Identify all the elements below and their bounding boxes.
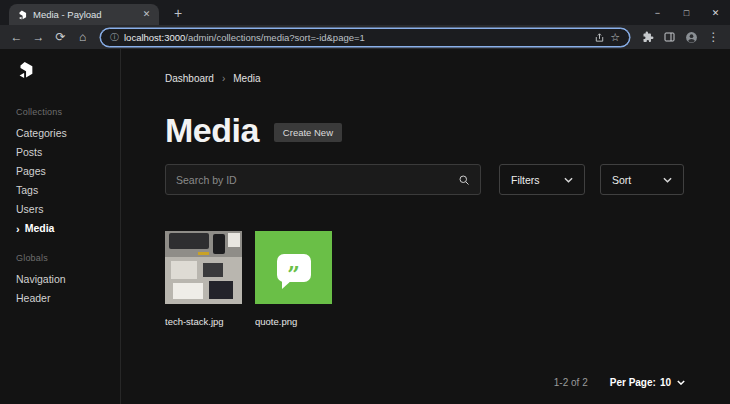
search-input[interactable]: [176, 174, 450, 186]
filters-button[interactable]: Filters: [499, 164, 585, 195]
sidebar-item-tags[interactable]: Tags: [16, 184, 120, 197]
tab-close-icon[interactable]: ✕: [140, 8, 153, 21]
breadcrumb-current: Media: [233, 73, 260, 84]
url-text: localhost:3000/admin/collections/media?s…: [124, 32, 589, 43]
browser-window: Media - Payload ✕ + − □ ✕ ← → ⟳ ⌂ ⓘ loca…: [0, 0, 730, 49]
pagination: 1-2 of 2 Per Page: 10: [165, 377, 685, 388]
media-filename: tech-stack.jpg: [165, 316, 242, 327]
chevron-down-icon: [564, 177, 573, 183]
media-grid: tech-stack.jpg ” quote.png: [165, 231, 685, 327]
site-info-icon[interactable]: ⓘ: [110, 31, 119, 44]
menu-dots-icon[interactable]: ⋮: [704, 31, 723, 43]
media-filename: quote.png: [255, 316, 332, 327]
share-icon[interactable]: [594, 32, 605, 43]
sidebar-item-media[interactable]: › Media: [16, 222, 120, 235]
forward-icon[interactable]: →: [29, 31, 48, 43]
window-controls: − □ ✕: [643, 0, 730, 25]
pagination-range: 1-2 of 2: [554, 377, 588, 388]
sidebar-item-header[interactable]: Header: [16, 292, 120, 305]
browser-toolbar: ← → ⟳ ⌂ ⓘ localhost:3000/admin/collectio…: [0, 25, 730, 49]
sidebar: Collections Categories Posts Pages Tags …: [0, 49, 121, 404]
tab-strip: Media - Payload ✕ + − □ ✕: [0, 0, 730, 25]
sidebar-item-pages[interactable]: Pages: [16, 165, 120, 178]
chevron-right-icon: ›: [16, 224, 20, 234]
bookmark-star-icon[interactable]: ☆: [610, 32, 620, 43]
extensions-puzzle-icon[interactable]: [638, 31, 657, 43]
search-icon: [458, 174, 470, 186]
sort-button[interactable]: Sort: [600, 164, 684, 195]
search-box[interactable]: [165, 164, 481, 195]
payload-logo[interactable]: [16, 61, 34, 79]
payload-favicon-icon: [17, 10, 27, 20]
sidebar-item-navigation[interactable]: Navigation: [16, 273, 120, 286]
media-card-quote[interactable]: ” quote.png: [255, 231, 332, 327]
sidebar-item-media-label: Media: [25, 222, 55, 235]
per-page-value: 10: [660, 377, 671, 388]
maximize-button[interactable]: □: [672, 0, 701, 25]
minimize-button[interactable]: −: [643, 0, 672, 25]
profile-avatar[interactable]: [682, 31, 701, 44]
sidebar-item-posts[interactable]: Posts: [16, 146, 120, 159]
create-new-button[interactable]: Create New: [274, 123, 342, 142]
side-panel-icon[interactable]: [660, 31, 679, 43]
sort-label: Sort: [612, 174, 631, 186]
url-bar[interactable]: ⓘ localhost:3000/admin/collections/media…: [100, 28, 630, 47]
back-icon[interactable]: ←: [7, 31, 26, 43]
controls-row: Filters Sort: [165, 164, 685, 195]
globals-group-label: Globals: [16, 253, 120, 263]
quote-thumbnail: ”: [255, 231, 332, 304]
new-tab-button[interactable]: +: [169, 5, 187, 21]
tab-title: Media - Payload: [33, 9, 134, 20]
speech-bubble-icon: ”: [277, 254, 311, 282]
page-title: Media: [165, 111, 259, 149]
sidebar-item-categories[interactable]: Categories: [16, 127, 120, 140]
breadcrumb-dashboard-link[interactable]: Dashboard: [165, 73, 214, 84]
title-row: Media Create New: [165, 111, 685, 149]
main-content: Dashboard › Media Media Create New Filte…: [121, 49, 730, 404]
close-button[interactable]: ✕: [701, 0, 730, 25]
sidebar-item-users[interactable]: Users: [16, 203, 120, 216]
media-card-tech-stack[interactable]: tech-stack.jpg: [165, 231, 242, 327]
collections-group-label: Collections: [16, 107, 120, 117]
url-path: /admin/collections/media?sort=-id&page=1: [185, 32, 365, 43]
home-icon[interactable]: ⌂: [73, 31, 92, 43]
browser-tab[interactable]: Media - Payload ✕: [9, 4, 159, 25]
per-page-label: Per Page:: [610, 377, 656, 388]
quote-glyph: ”: [287, 263, 300, 285]
payload-admin: Collections Categories Posts Pages Tags …: [0, 49, 730, 404]
per-page-control[interactable]: Per Page: 10: [610, 377, 685, 388]
reload-icon[interactable]: ⟳: [51, 31, 70, 43]
breadcrumb: Dashboard › Media: [165, 73, 685, 84]
chevron-down-icon: [663, 177, 672, 183]
filters-label: Filters: [511, 174, 540, 186]
chevron-down-icon: [677, 380, 685, 385]
tech-stack-thumbnail: [165, 231, 242, 304]
breadcrumb-separator-icon: ›: [222, 73, 225, 84]
url-host: localhost:3000: [124, 32, 185, 43]
